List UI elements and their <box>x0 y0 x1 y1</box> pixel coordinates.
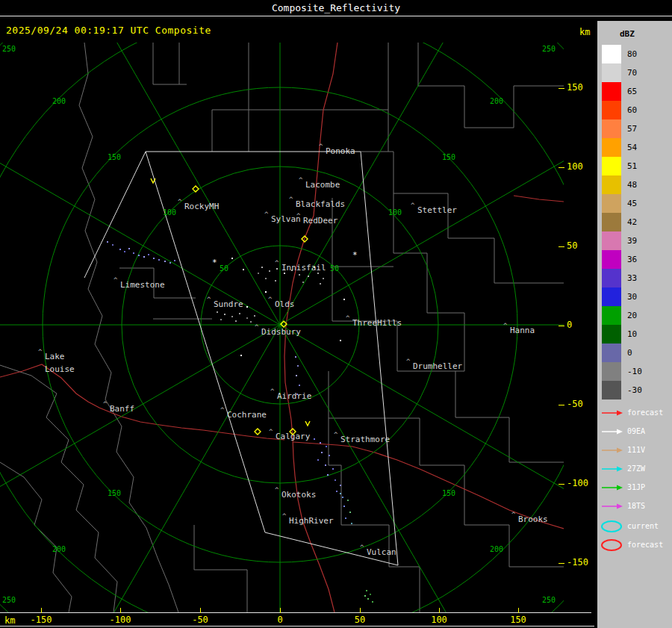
echo-pixel <box>240 355 242 356</box>
range-label: 200 <box>52 97 66 105</box>
city-marker-icon: ^ <box>511 511 516 518</box>
right-axis-tick <box>559 246 564 247</box>
echo-pixel <box>231 316 233 317</box>
echo-pixel <box>299 274 300 276</box>
echo-pixel <box>329 455 330 456</box>
bottom-axis-label: 150 <box>510 615 526 625</box>
city-marker-icon: ^ <box>334 431 338 438</box>
axis-divider-line <box>0 612 591 613</box>
dbz-swatch <box>602 45 621 63</box>
dbz-swatch <box>602 306 621 325</box>
city-marker-icon: ^ <box>275 259 279 267</box>
echo-pixel <box>351 523 352 524</box>
track-arrow-head <box>617 485 623 491</box>
dbz-swatch <box>602 362 621 381</box>
radial-line <box>280 127 564 325</box>
dbz-swatch <box>602 101 621 119</box>
city-label: Olds <box>275 299 295 309</box>
echo-pixel <box>258 273 259 274</box>
dbz-value-label: 33 <box>627 269 637 287</box>
range-label: 150 <box>108 489 121 497</box>
echo-pixel <box>340 485 341 486</box>
right-axis-tick <box>559 563 564 564</box>
city-label: RockyMH <box>184 202 219 211</box>
right-axis-label: 100 <box>567 161 597 172</box>
city-label: Didsbury <box>261 327 301 337</box>
echo-pixel <box>174 260 175 261</box>
title-bar: Composite_Reflectivity <box>0 0 672 16</box>
track-arrow-head <box>617 467 623 472</box>
track-arrow-head <box>617 504 623 509</box>
county-boundary <box>455 417 564 462</box>
county-boundary <box>194 525 247 612</box>
dbz-swatch <box>602 381 621 400</box>
dbz-swatch <box>602 138 621 157</box>
storm-ellipse-icon <box>602 540 621 550</box>
range-label: 250 <box>542 45 556 53</box>
echo-pixel <box>317 273 319 274</box>
dbz-value-label: 51 <box>627 157 637 175</box>
right-axis-label: -100 <box>567 478 597 488</box>
bottom-axis-tick <box>41 608 42 613</box>
city-marker-icon: ^ <box>346 314 350 322</box>
city-marker-icon: ^ <box>220 406 225 414</box>
city-marker-icon: ^ <box>207 296 211 303</box>
asterisk-marker: * <box>212 258 217 267</box>
echo-pixel <box>327 474 329 476</box>
city-label: Limestone <box>120 280 165 290</box>
bottom-axis-label: -100 <box>110 615 131 625</box>
echo-pixel <box>342 497 343 498</box>
asterisk-marker: * <box>352 250 358 260</box>
dbz-value-label: 65 <box>627 82 637 101</box>
echo-pixel <box>224 314 225 315</box>
radial-line <box>82 325 280 612</box>
timestamp-label: 2025/09/24 00:19:17 UTC Composite <box>6 25 211 36</box>
echo-pixel <box>332 468 334 470</box>
county-boundary <box>153 43 187 84</box>
track-arrow-label: 111V <box>627 446 645 454</box>
city-marker-icon: ^ <box>113 276 118 284</box>
echo-pixel <box>217 311 218 313</box>
bottom-axis-tick <box>280 608 281 613</box>
bottom-axis-tick <box>439 608 440 613</box>
dbz-swatch <box>602 231 621 250</box>
range-label: 200 <box>490 545 503 553</box>
city-marker-icon: ^ <box>411 202 415 209</box>
city-marker-icon: ^ <box>299 176 303 184</box>
echo-pixel <box>153 258 155 259</box>
city-marker-icon: ^ <box>178 198 182 205</box>
city-marker-icon: ^ <box>270 388 275 395</box>
dbz-value-label: 60 <box>627 101 637 119</box>
county-boundary <box>361 152 564 283</box>
radar-map-canvas[interactable]: 2502001501005050100150200250150200250150… <box>0 43 564 612</box>
echo-pixel <box>246 306 248 308</box>
echo-pixel <box>321 452 323 453</box>
dbz-swatch <box>602 213 621 231</box>
bottom-border-line <box>0 626 594 627</box>
echo-pixel <box>107 241 108 243</box>
city-label: Innisfail <box>281 263 326 273</box>
echo-pixel <box>275 280 276 282</box>
storm-ellipse-icon <box>602 521 621 532</box>
echo-pixel <box>169 262 171 264</box>
range-label: 250 <box>2 596 16 604</box>
radial-line <box>280 325 564 523</box>
bottom-axis-label: -50 <box>192 615 208 625</box>
echo-pixel <box>349 512 351 513</box>
city-label: Brooks <box>518 514 548 524</box>
city-label: Ponoka <box>326 146 355 156</box>
echo-pixel <box>164 261 166 262</box>
dbz-swatch <box>602 63 621 82</box>
echo-pixel <box>343 299 345 300</box>
city-marker-icon: ^ <box>289 196 293 203</box>
bottom-axis-tick <box>518 608 519 613</box>
bottom-axis-tick <box>360 608 361 613</box>
track-arrow-head <box>617 429 623 435</box>
echo-pixel <box>320 442 321 444</box>
echo-pixel <box>261 267 263 268</box>
right-axis-label: 50 <box>567 240 597 251</box>
echo-pixel <box>138 255 140 256</box>
echo-pixel <box>158 259 160 261</box>
track-arrow-label: 31JP <box>627 483 645 491</box>
echo-pixel <box>308 276 309 277</box>
